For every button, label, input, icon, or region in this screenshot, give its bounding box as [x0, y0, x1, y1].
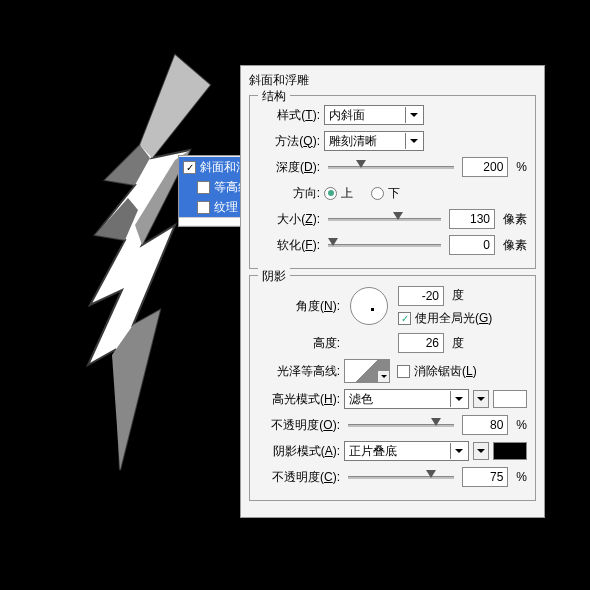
- shadow-opacity-input[interactable]: 75: [462, 467, 508, 487]
- altitude-label: 高度:: [258, 335, 340, 352]
- gloss-label: 光泽等高线:: [258, 363, 340, 380]
- section-title: 结构: [258, 88, 290, 105]
- angle-input[interactable]: -20: [398, 286, 444, 306]
- depth-input[interactable]: 200: [462, 157, 508, 177]
- unit: 像素: [503, 237, 527, 254]
- altitude-input[interactable]: 26: [398, 333, 444, 353]
- chevron-down-icon: [405, 107, 421, 123]
- chevron-down-icon: [405, 133, 421, 149]
- highlight-color-swatch[interactable]: [493, 390, 527, 408]
- unit: 度: [452, 287, 464, 304]
- highlight-opacity-label: 不透明度(O):: [258, 417, 340, 434]
- global-light-checkbox[interactable]: [398, 312, 411, 325]
- direction-up-radio[interactable]: [324, 187, 337, 200]
- soften-input[interactable]: 0: [449, 235, 495, 255]
- chevron-down-icon: [377, 370, 389, 382]
- unit: %: [516, 418, 527, 432]
- direction-label: 方向:: [258, 185, 320, 202]
- unit: %: [516, 470, 527, 484]
- section-title: 阴影: [258, 268, 290, 285]
- lightning-graphic: [60, 50, 230, 480]
- select-value: 雕刻清晰: [329, 133, 377, 150]
- radio-label: 下: [388, 185, 400, 202]
- highlight-mode-select[interactable]: 滤色: [344, 389, 469, 409]
- soften-slider[interactable]: [328, 242, 441, 248]
- unit: 像素: [503, 211, 527, 228]
- select-value: 内斜面: [329, 107, 365, 124]
- highlight-opacity-slider[interactable]: [348, 422, 454, 428]
- fx-item-label: 纹理: [214, 199, 238, 216]
- checkbox-icon[interactable]: [197, 201, 210, 214]
- gloss-contour-picker[interactable]: [344, 359, 390, 383]
- size-slider[interactable]: [328, 216, 441, 222]
- style-select[interactable]: 内斜面: [324, 105, 424, 125]
- style-label: 样式(T):: [258, 107, 320, 124]
- svg-marker-1: [140, 55, 210, 158]
- checkbox-icon[interactable]: [197, 181, 210, 194]
- soften-label: 软化(F):: [258, 237, 320, 254]
- svg-marker-5: [95, 198, 138, 240]
- shadow-opacity-label: 不透明度(C):: [258, 469, 340, 486]
- chevron-down-icon: [450, 443, 466, 459]
- dropdown-icon[interactable]: [473, 390, 489, 408]
- angle-label: 角度(N):: [258, 298, 340, 315]
- shadow-mode-select[interactable]: 正片叠底: [344, 441, 469, 461]
- dropdown-icon[interactable]: [473, 442, 489, 460]
- dialog-title: 斜面和浮雕: [249, 72, 536, 89]
- unit: %: [516, 160, 527, 174]
- svg-marker-0: [88, 55, 210, 470]
- checkbox-label: 使用全局光(G): [415, 310, 492, 327]
- antialias-checkbox[interactable]: [397, 365, 410, 378]
- size-label: 大小(Z):: [258, 211, 320, 228]
- checkbox-label: 消除锯齿(L): [414, 363, 477, 380]
- highlight-opacity-input[interactable]: 80: [462, 415, 508, 435]
- unit: 度: [452, 335, 464, 352]
- checkbox-icon[interactable]: [183, 161, 196, 174]
- shadow-opacity-slider[interactable]: [348, 474, 454, 480]
- shading-section: 阴影 角度(N): -20 度 使用全局光(G) 高度: 26 度 光泽等: [249, 275, 536, 501]
- direction-down-radio[interactable]: [371, 187, 384, 200]
- svg-marker-3: [112, 310, 160, 470]
- bevel-dialog: 斜面和浮雕 结构 样式(T): 内斜面 方法(Q): 雕刻清晰 深度(D): 2…: [240, 65, 545, 518]
- technique-label: 方法(Q):: [258, 133, 320, 150]
- depth-slider[interactable]: [328, 164, 454, 170]
- angle-dial[interactable]: [350, 287, 388, 325]
- select-value: 正片叠底: [349, 443, 397, 460]
- shadow-color-swatch[interactable]: [493, 442, 527, 460]
- depth-label: 深度(D):: [258, 159, 320, 176]
- structure-section: 结构 样式(T): 内斜面 方法(Q): 雕刻清晰 深度(D): 200 % 方…: [249, 95, 536, 269]
- select-value: 滤色: [349, 391, 373, 408]
- shadow-mode-label: 阴影模式(A):: [258, 443, 340, 460]
- highlight-mode-label: 高光模式(H):: [258, 391, 340, 408]
- technique-select[interactable]: 雕刻清晰: [324, 131, 424, 151]
- svg-marker-4: [105, 145, 150, 185]
- radio-label: 上: [341, 185, 353, 202]
- chevron-down-icon: [450, 391, 466, 407]
- size-input[interactable]: 130: [449, 209, 495, 229]
